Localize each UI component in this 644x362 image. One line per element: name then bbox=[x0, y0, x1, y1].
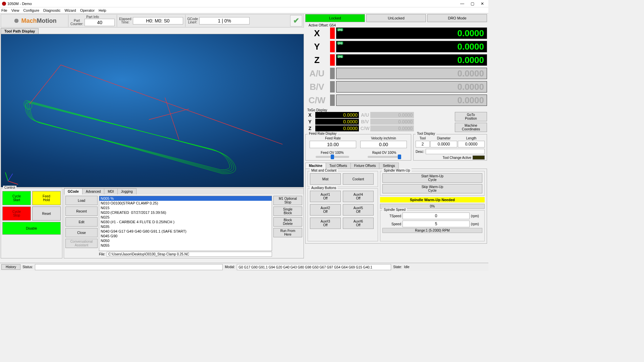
elapsed-label: Elapsed Time: bbox=[119, 17, 131, 24]
gcode-listing[interactable]: N005 %N010 O0100(STRAP CLAMP 0.25)N015N0… bbox=[99, 196, 272, 251]
gcode-tab-advanced[interactable]: Advanced bbox=[82, 188, 104, 194]
gcode-btn-load[interactable]: Load bbox=[65, 196, 98, 205]
gcode-line[interactable]: N035 bbox=[99, 224, 272, 229]
gcode-btn-run-from-here[interactable]: Run From Here bbox=[273, 228, 302, 237]
feed-hold-button[interactable]: Feed Hold bbox=[32, 191, 61, 205]
disable-button[interactable]: Disable bbox=[2, 222, 61, 235]
warmup-warning: Spindle Warm-Up Needed bbox=[380, 197, 485, 202]
locked-button[interactable]: Locked bbox=[305, 14, 365, 22]
gcode-line[interactable]: N020 (CREATED 07/27/2017 15:39:56) bbox=[99, 210, 272, 215]
history-button[interactable]: History bbox=[1, 264, 20, 270]
machine-tab-body: Mist and Coolant Mist Coolant Auxiliary … bbox=[305, 169, 487, 244]
gcode-left-buttons: LoadRecentEditCloseConversational Assist… bbox=[65, 196, 98, 257]
window-title: 1050M - Demo bbox=[7, 2, 32, 6]
svg-point-0 bbox=[25, 103, 32, 109]
maximize-icon[interactable]: ▢ bbox=[470, 1, 475, 6]
gcode-btn-m1-optional-stop[interactable]: M1 Optional Stop bbox=[273, 196, 302, 205]
cycle-start-button[interactable]: Cycle Start bbox=[2, 191, 31, 205]
gcode-btn-single-block[interactable]: Single Block bbox=[273, 206, 302, 216]
gear-icon bbox=[13, 17, 20, 24]
dro-value[interactable]: 0.0000 bbox=[336, 68, 487, 79]
start-warmup-button[interactable]: Start Warm-Up Cycle bbox=[382, 173, 482, 183]
feed-rate-value[interactable]: 10.00 bbox=[310, 141, 356, 148]
unlocked-button[interactable]: UnLocked bbox=[366, 14, 426, 22]
dro-value[interactable]: (in)0.0000 bbox=[336, 54, 487, 66]
gcode-line[interactable]: N055 bbox=[99, 243, 272, 248]
feed-override-label: Feed OV 100% bbox=[308, 151, 357, 155]
close-icon[interactable]: ✕ bbox=[480, 1, 485, 6]
gcode-tab-mdi[interactable]: MDI bbox=[104, 188, 117, 194]
reset-button[interactable]: Reset bbox=[32, 206, 61, 221]
tool-value[interactable]: 2 bbox=[416, 141, 430, 147]
gcode-line-label: GCode Line#: bbox=[187, 17, 198, 24]
gcode-line[interactable]: N050 bbox=[99, 238, 272, 243]
toolpath-tab[interactable]: Tool Path Display bbox=[1, 28, 39, 34]
gcode-btn-block-delete[interactable]: Block Delete bbox=[273, 217, 302, 227]
menu-wizard[interactable]: Wizard bbox=[64, 8, 76, 12]
desc-input[interactable] bbox=[426, 149, 485, 154]
dro-indicator bbox=[330, 95, 335, 106]
file-path: C:\Users\Jason\Desktop\O0100_Strap Clamp… bbox=[107, 252, 272, 257]
coolant-button[interactable]: Coolant bbox=[343, 173, 374, 185]
rapid-override-slider[interactable] bbox=[368, 156, 401, 158]
feed-rate-group: Feed Rate Display Feed Rate 10.00 Veloci… bbox=[305, 134, 411, 161]
gcode-line[interactable]: N025 bbox=[99, 215, 272, 220]
gcode-btn-recent[interactable]: Recent bbox=[65, 206, 98, 216]
minimize-icon[interactable]: — bbox=[460, 1, 465, 6]
gcode-line[interactable]: N010 O0100(STRAP CLAMP 0.25) bbox=[99, 201, 272, 205]
gcode-btn-conversational: Conversational Assistant bbox=[65, 239, 98, 248]
togo-panel: ToGo Display X0.0000Y0.0000Z0.0000 A/U0.… bbox=[305, 108, 487, 132]
gcode-line[interactable]: N015 bbox=[99, 205, 272, 210]
menu-configure[interactable]: Configure bbox=[23, 8, 39, 12]
state-label: State: bbox=[393, 265, 402, 269]
dro-mode-button[interactable]: DRO Mode bbox=[427, 14, 487, 22]
togo-btn-goto-position[interactable]: GoTo Position bbox=[455, 112, 487, 121]
toolpath-canvas[interactable] bbox=[1, 34, 304, 187]
part-counter-block: Part Info Part Counter: 40 bbox=[68, 15, 117, 27]
aux-button[interactable]: Aux#6 Off bbox=[343, 218, 374, 229]
bottom-tab-machine[interactable]: Machine bbox=[305, 163, 326, 169]
aux-button[interactable]: Aux#5 Off bbox=[343, 204, 374, 216]
top-info-bar: MachMotion Part Info Part Counter: 40 El… bbox=[1, 14, 304, 27]
togo-btn-machine-coordinates[interactable]: Machine Coordinates bbox=[455, 123, 487, 132]
dro-value[interactable]: (in)0.0000 bbox=[336, 27, 487, 39]
feed-override-slider[interactable] bbox=[316, 156, 349, 158]
aux-button[interactable]: Aux#2 Off bbox=[310, 204, 341, 216]
speed-value[interactable]: 5 bbox=[402, 221, 470, 227]
bottom-tab-tool-offsets[interactable]: Tool Offsets bbox=[326, 163, 351, 169]
part-counter-value[interactable]: 40 bbox=[85, 19, 115, 26]
gcode-line[interactable]: N045 G90 bbox=[99, 234, 272, 238]
gcode-btn-edit[interactable]: Edit bbox=[65, 217, 98, 227]
cycle-stop-button[interactable]: Cycle Stop bbox=[2, 206, 31, 221]
gcode-right-buttons: M1 Optional StopSingle BlockBlock Delete… bbox=[273, 196, 302, 257]
menu-view[interactable]: View bbox=[11, 8, 19, 12]
gcode-line[interactable]: N030 (#1 - CARBIDE 4 FLUTE D 0.25INCH ) bbox=[99, 220, 272, 224]
menu-help[interactable]: Help bbox=[99, 8, 106, 12]
aux-button[interactable]: Aux#4 Off bbox=[343, 191, 374, 202]
tspeed-value[interactable]: 0 bbox=[402, 213, 470, 219]
mist-button[interactable]: Mist bbox=[310, 173, 341, 185]
control-group: Control Cycle Start Feed Hold Cycle Stop… bbox=[1, 188, 62, 258]
gcode-line[interactable]: N040 G94 G17 G49 G40 G80 G91.1 (SAFE STA… bbox=[99, 229, 272, 234]
gcode-line[interactable]: N005 % bbox=[99, 196, 272, 201]
velocity-label: Velocity inch/min bbox=[358, 136, 409, 140]
menubar: FileViewConfigureDiagnosticWizardOperato… bbox=[0, 7, 488, 13]
gcode-btn-close[interactable]: Close bbox=[65, 228, 98, 237]
ok-check-button[interactable]: ✔ bbox=[290, 15, 302, 26]
gcode-tab-gcode[interactable]: GCode bbox=[64, 188, 83, 194]
bottom-tab-fixture-offsets[interactable]: Fixture Offsets bbox=[351, 163, 380, 169]
menu-diagnostic[interactable]: Diagnostic bbox=[43, 8, 60, 12]
feed-rate-label: Feed Rate bbox=[308, 136, 358, 140]
dro-indicator bbox=[330, 41, 335, 52]
aux-button[interactable]: Aux#1 Off bbox=[310, 191, 341, 202]
bottom-tab-settings[interactable]: Settings bbox=[379, 163, 398, 169]
dro-value[interactable]: (in)0.0000 bbox=[336, 41, 487, 52]
dro-value[interactable]: 0.0000 bbox=[336, 81, 487, 93]
menu-operator[interactable]: Operator bbox=[80, 8, 95, 12]
menu-file[interactable]: File bbox=[1, 8, 7, 12]
gcode-tab-jogging[interactable]: Jogging bbox=[117, 188, 137, 194]
aux-button[interactable]: Aux#3 Off bbox=[310, 218, 341, 229]
skip-warmup-button[interactable]: Skip Warm-Up Cycle bbox=[382, 184, 482, 193]
dro-value[interactable]: 0.0000 bbox=[336, 95, 487, 106]
togo-value: 0.0000 bbox=[370, 119, 414, 125]
